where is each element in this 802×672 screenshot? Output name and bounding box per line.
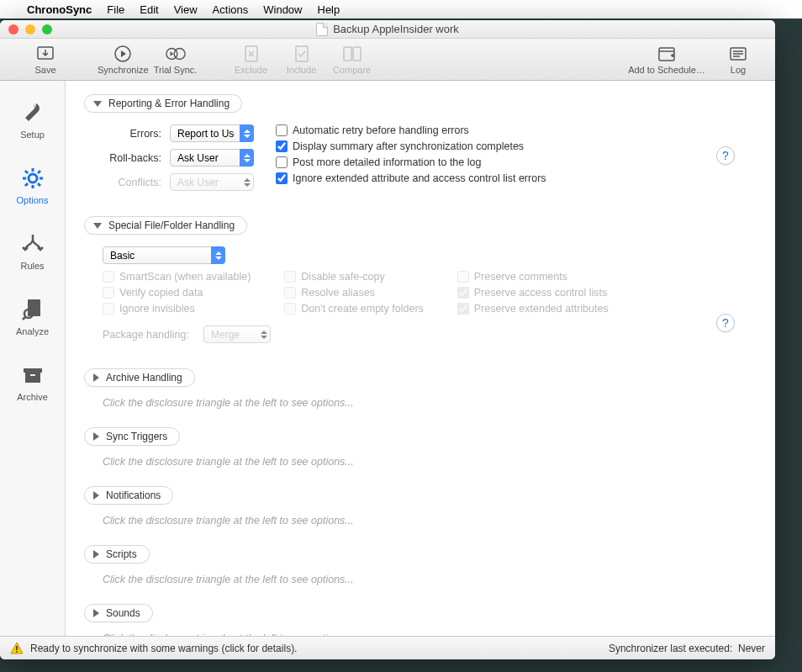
chk-auto-retry[interactable]: Automatic retry before handling errors (276, 124, 546, 136)
log-icon (727, 45, 749, 63)
disclosure-triangle-icon (93, 550, 99, 558)
chk-preserve-extattr: Preserve extended attributes (457, 303, 609, 315)
chk-post-log[interactable]: Post more detailed information to the lo… (276, 156, 546, 168)
svg-rect-16 (16, 646, 18, 650)
hint-text: Click the disclosure triangle at the lef… (84, 564, 757, 589)
chk-disable-safecopy: Disable safe-copy (284, 271, 424, 283)
menu-view[interactable]: View (174, 3, 198, 16)
sidebar-analyze[interactable]: Analyze (0, 288, 65, 352)
menu-help[interactable]: Help (318, 3, 340, 16)
conflicts-label: Conflicts: (103, 177, 161, 188)
toolbar-synchronize[interactable]: Synchronize (96, 45, 150, 75)
window-title: Backup AppleInsider work (333, 23, 459, 35)
archive-box-icon (19, 362, 46, 389)
svg-point-10 (29, 174, 37, 183)
chk-display-summary[interactable]: Display summary after synchronization co… (276, 140, 546, 152)
svg-rect-5 (296, 46, 308, 61)
compare-icon (341, 45, 363, 63)
wrench-icon (19, 99, 46, 126)
section-header-sounds[interactable]: Sounds (84, 604, 153, 622)
toolbar-include: Include (277, 45, 327, 75)
chk-resolve-aliases: Resolve aliases (284, 287, 424, 299)
svg-rect-11 (28, 299, 40, 316)
errors-label: Errors: (103, 128, 161, 140)
help-button-reporting[interactable]: ? (716, 146, 735, 165)
warning-icon (10, 642, 24, 655)
help-button-special[interactable]: ? (716, 314, 735, 332)
toolbar-log[interactable]: Log (713, 45, 763, 75)
menu-actions[interactable]: Actions (213, 3, 249, 16)
sidebar-setup[interactable]: Setup (0, 91, 65, 155)
rollbacks-label: Roll-backs: (103, 152, 161, 164)
section-scripts: Scripts Click the disclosure triangle at… (84, 545, 757, 589)
chk-ignore-extattr[interactable]: Ignore extended attribute and access con… (276, 172, 546, 184)
menu-window[interactable]: Window (263, 3, 302, 16)
chk-verify: Verify copied data (103, 287, 251, 299)
sidebar-archive[interactable]: Archive (0, 353, 65, 417)
toolbar-exclude: Exclude (226, 45, 277, 75)
hint-text: Click the disclosure triangle at the lef… (84, 446, 757, 471)
chk-dont-empty-folders: Don't create empty folders (284, 303, 424, 315)
include-icon (291, 45, 313, 63)
hint-text: Click the disclosure triangle at the lef… (84, 505, 757, 530)
titlebar: Backup AppleInsider work (0, 20, 775, 39)
section-header-scripts[interactable]: Scripts (84, 545, 150, 564)
section-header-archive[interactable]: Archive Handling (84, 368, 195, 387)
close-window-button[interactable] (8, 24, 18, 34)
section-header-reporting[interactable]: Reporting & Error Handling (84, 94, 242, 113)
status-text[interactable]: Ready to synchronize with some warnings … (30, 643, 297, 654)
svg-rect-7 (353, 47, 361, 61)
section-sync-triggers: Sync Triggers Click the disclosure trian… (84, 427, 757, 471)
calendar-add-icon (656, 45, 678, 63)
main-panel: Reporting & Error Handling Errors: Repor… (66, 81, 775, 636)
sidebar-rules[interactable]: Rules (0, 222, 65, 286)
errors-select[interactable]: Report to User (170, 124, 254, 142)
save-icon (34, 45, 56, 63)
toolbar-trial-sync[interactable]: Trial Sync. (150, 45, 201, 75)
disclosure-triangle-icon (93, 432, 99, 441)
disclosure-triangle-icon (93, 491, 99, 500)
svg-point-3 (174, 48, 185, 59)
gear-icon (19, 165, 46, 192)
package-handling-select: Merge (203, 325, 271, 343)
section-notifications: Notifications Click the disclosure trian… (84, 486, 757, 530)
magnifier-document-icon (19, 296, 46, 323)
app-menu[interactable]: ChronoSync (27, 3, 92, 16)
svg-rect-13 (24, 368, 42, 373)
svg-rect-14 (25, 373, 40, 383)
toolbar-add-to-schedule[interactable]: Add to Schedule… (620, 45, 713, 75)
package-handling-label: Package handling: (103, 329, 195, 341)
disclosure-triangle-icon (93, 223, 102, 229)
play-icon (112, 45, 134, 63)
rollbacks-select[interactable]: Ask User (170, 149, 254, 167)
section-special: Special File/Folder Handling Basic Smart… (84, 216, 757, 353)
section-header-special[interactable]: Special File/Folder Handling (84, 216, 247, 235)
document-icon (316, 23, 328, 36)
section-header-notifications[interactable]: Notifications (84, 486, 173, 505)
svg-rect-15 (30, 374, 35, 376)
section-reporting: Reporting & Error Handling Errors: Repor… (84, 94, 757, 201)
hint-text: Click the disclosure triangle at the lef… (84, 622, 757, 636)
toolbar-save[interactable]: Save (12, 45, 79, 75)
menu-edit[interactable]: Edit (140, 3, 158, 16)
svg-rect-17 (16, 651, 18, 653)
menu-file[interactable]: File (107, 3, 124, 16)
special-mode-select[interactable]: Basic (103, 246, 225, 264)
sidebar-options[interactable]: Options (0, 156, 65, 220)
disclosure-triangle-icon (93, 609, 99, 617)
section-header-sync-triggers[interactable]: Sync Triggers (84, 427, 180, 446)
section-sounds: Sounds Click the disclosure triangle at … (84, 604, 757, 636)
toolbar-compare: Compare (327, 45, 377, 75)
last-executed-value: Never (738, 643, 765, 654)
app-window: Backup AppleInsider work Save Synchroniz… (0, 20, 775, 659)
trial-sync-icon (165, 45, 187, 63)
section-archive-handling: Archive Handling Click the disclosure tr… (84, 368, 757, 412)
hint-text: Click the disclosure triangle at the lef… (84, 387, 757, 412)
chk-preserve-comments: Preserve comments (457, 271, 609, 283)
sidebar: Setup Options Rules Analyze Archive (0, 81, 66, 636)
disclosure-triangle-icon (93, 101, 102, 107)
exclude-icon (240, 45, 262, 63)
chk-preserve-acl: Preserve access control lists (457, 287, 609, 299)
minimize-window-button[interactable] (25, 24, 35, 34)
zoom-window-button[interactable] (42, 24, 52, 34)
